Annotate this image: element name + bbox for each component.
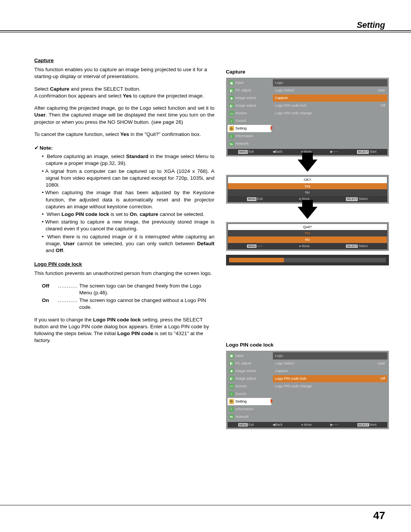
menu-imgadjust: ◐Image adjust (228, 375, 271, 382)
right-column: Capture ▣Input ◧PC adjust ◆Image select … (226, 57, 389, 505)
menu-setting: ⚙Setting (228, 125, 271, 132)
menu-sound: ♪Sound (228, 117, 271, 125)
bar-exit: MENUExit (247, 197, 263, 201)
dlg-title: Quit? (228, 224, 387, 230)
input-icon: ▣ (229, 353, 234, 358)
lbl: Network (236, 141, 249, 146)
menu-input: ▣Input (228, 352, 271, 359)
panel-head: Logo (273, 79, 387, 86)
val: User (378, 88, 385, 93)
section-title: Setting (357, 19, 385, 31)
lbl: Information (236, 134, 254, 139)
def-val: The screen logo cannot be changed withou… (78, 297, 214, 311)
txt: Select (34, 86, 50, 92)
dots: ........... (58, 283, 78, 296)
image-select-icon: ◆ (229, 369, 234, 374)
pinlock-p1: This function prevents an unauthorized p… (34, 270, 215, 277)
bar-back: ◀Back (272, 150, 282, 154)
capture-p1: This function enables you to capture an … (34, 66, 215, 80)
pinlock-p2: If you want to change the Logo PIN code … (34, 316, 215, 344)
def-key: Off (42, 283, 58, 296)
lbl: Logo Select (275, 88, 294, 93)
pc-icon: ◧ (229, 361, 234, 366)
osd-panel: Logo Logo SelectUser Capture Logo PIN co… (273, 352, 387, 420)
bar-dash: MENU----- (247, 244, 263, 248)
row-pinlock: Logo PIN code lockOff (273, 375, 387, 382)
select-badge-icon: SELECT (346, 244, 358, 248)
bar-next: SELECTNext (357, 423, 377, 427)
dlg-bar: MENU----- ♦ Move SELECTSelect (228, 243, 387, 249)
image-select-icon: ◆ (229, 96, 234, 101)
lbl: Logo PIN code lock (275, 376, 306, 381)
row-capture: Capture (273, 94, 387, 102)
txt: Before capturing an image, select (47, 153, 126, 159)
txt: . Then the captured image will be displa… (34, 112, 215, 125)
setting-icon: ⚙ (229, 126, 234, 131)
menu-imgselect: ◆Image select (228, 94, 271, 102)
txt: and (46, 248, 56, 253)
lbl: PC adjust (236, 88, 251, 93)
sound-icon: ♪ (229, 391, 234, 396)
row-pinlock: Logo PIN code lockOff (273, 102, 387, 109)
menu-screen: ▭Screen (228, 383, 271, 390)
txt-b: Logo PIN code (117, 331, 153, 336)
txt: to capture the projected image. (132, 93, 204, 99)
txt-b: User (64, 241, 75, 246)
select-badge-icon: SELECT (357, 423, 369, 427)
osd-pinlock: ▣Input ◧PC adjust ◆Image select ◐Image a… (226, 351, 389, 429)
row-pinchange: Logo PIN code change (273, 110, 387, 117)
sound-icon: ♪ (229, 118, 234, 123)
dlg-title: OK? (228, 177, 387, 183)
txt: After capturing the projected image, go … (34, 105, 215, 111)
note-item: When starting to capture a new image, th… (42, 219, 215, 232)
bar-select: SELECTSelect (346, 197, 368, 201)
txt-b: Logo PIN code lock (93, 317, 141, 323)
select-badge-icon: SELECT (346, 197, 358, 201)
lbl: Image select (236, 96, 256, 101)
note-item: When there is no captured image or it is… (42, 233, 215, 254)
txt: cannot be selected, you can only switch … (75, 241, 197, 246)
row-logoselect: Logo SelectUser (273, 360, 387, 367)
row-pinchange: Logo PIN code change (273, 383, 387, 390)
txt-b: Standard (126, 153, 148, 159)
arrow-down-icon (298, 207, 317, 219)
progress-track (229, 258, 386, 262)
dlg-yes: Yes (228, 230, 387, 236)
setting-icon: ⚙ (229, 399, 234, 404)
dlg-yes: Yes (228, 183, 387, 190)
lbl: Screen (236, 111, 247, 116)
osd-menu-list: ▣Input ◧PC adjust ◆Image select ◐Image a… (228, 352, 271, 420)
def-on: On ........... The screen logo cannot be… (42, 297, 215, 311)
page: Setting Capture This function enables yo… (0, 0, 411, 532)
capture-heading: Capture (34, 57, 215, 64)
lbl: Logo PIN code change (275, 111, 312, 116)
right-pinlock-heading: Logo PIN code lock (226, 342, 389, 348)
dialog-quit: Quit? Yes No MENU----- ♦ Move SELECTSele… (226, 222, 389, 251)
osd-menu-list: ▣Input ◧PC adjust ◆Image select ◐Image a… (228, 79, 271, 147)
content-columns: Capture This function enables you to cap… (34, 57, 389, 505)
image-adjust-icon: ◐ (229, 376, 234, 381)
txt: When (47, 211, 62, 217)
val: User (378, 361, 385, 366)
menu-input: ▣Input (228, 79, 271, 86)
txt: A confirmation box appears and select (34, 93, 123, 99)
network-icon: ⇆ (229, 414, 234, 419)
txt-b: User (34, 112, 46, 118)
arrow-down-icon (298, 160, 317, 172)
def-val: The screen logo can be changed freely fr… (78, 283, 214, 296)
capture-p4: After capturing the projected image, go … (34, 105, 215, 126)
bar-exit: MENUExit (238, 423, 254, 427)
menu-setting: ⚙Setting (228, 398, 271, 405)
lbl: Information (236, 407, 254, 412)
row-logoselect: Logo SelectUser (273, 87, 387, 94)
select-badge-icon: SELECT (357, 150, 369, 153)
bar-move: ♦ Move (301, 423, 312, 427)
pinlock-heading: Logo PIN code lock (34, 261, 215, 268)
txt-b: Logo PIN code lock (62, 211, 109, 217)
menu-badge-icon: MENU (247, 197, 256, 201)
txt: in the "Quit?" confirmation box. (129, 131, 201, 137)
lbl: Logo PIN code change (275, 384, 312, 389)
progress-fill (229, 258, 284, 262)
menu-screen: ▭Screen (228, 110, 271, 117)
lbl: Setting (236, 126, 247, 131)
